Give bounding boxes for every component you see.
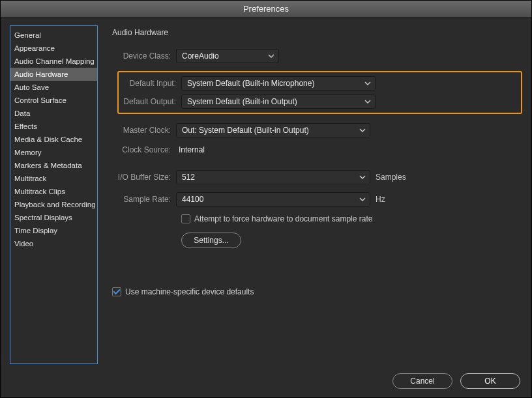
default-input-label: Default Input: [123,79,181,88]
device-class-row: Device Class: CoreAudio [117,49,522,63]
sidebar-item[interactable]: Appearance [10,42,97,55]
force-hw-row: Attempt to force hardware to document sa… [181,214,522,223]
sidebar-item[interactable]: Memory [10,146,97,159]
sidebar-item[interactable]: Spectral Displays [10,211,97,224]
panel-title: Audio Hardware [112,28,522,37]
cancel-button[interactable]: Cancel [392,373,452,389]
ok-button-label: OK [484,377,495,386]
cancel-button-label: Cancel [410,377,434,386]
io-buffer-value: 512 [182,173,195,182]
sidebar-item[interactable]: Audio Hardware [10,68,97,81]
sidebar-item[interactable]: Time Display [10,224,97,237]
sidebar-item[interactable]: Audio Channel Mapping [10,55,97,68]
sidebar-item[interactable]: Multitrack Clips [10,185,97,198]
chevron-down-icon [364,81,371,85]
sidebar-item[interactable]: Markers & Metadata [10,159,97,172]
clock-source-label: Clock Source: [117,145,176,154]
clock-source-row: Clock Source: Internal [117,145,522,154]
sidebar-item[interactable]: Media & Disk Cache [10,133,97,146]
force-hw-label: Attempt to force hardware to document sa… [194,214,372,223]
sample-rate-select[interactable]: 44100 [176,192,370,206]
machine-specific-row: Use machine-specific device defaults [112,287,522,296]
sidebar-item[interactable]: Effects [10,120,97,133]
device-class-label: Device Class: [117,51,176,61]
io-buffer-row: I/O Buffer Size: 512 Samples [117,170,522,184]
chevron-down-icon [359,128,366,132]
chevron-down-icon [359,197,366,201]
sidebar-item[interactable]: Multitrack [10,172,97,185]
io-buffer-label: I/O Buffer Size: [117,173,176,182]
sidebar-item[interactable]: Control Surface [10,94,97,107]
force-hw-checkbox[interactable] [181,214,190,223]
settings-row: Settings... [181,233,522,248]
default-output-select[interactable]: System Default (Built-in Output) [181,94,376,109]
sidebar-item[interactable]: Playback and Recording [10,198,97,211]
master-clock-value: Out: System Default (Built-in Output) [182,126,309,135]
device-class-select[interactable]: CoreAudio [176,49,279,63]
master-clock-label: Master Clock: [117,126,176,135]
sidebar-item[interactable]: Video [10,237,97,250]
titlebar: Preferences [1,1,531,18]
window-title: Preferences [243,4,289,14]
ok-button[interactable]: OK [460,373,520,389]
sidebar-item[interactable]: General [10,29,97,42]
content-area: GeneralAppearanceAudio Channel MappingAu… [1,18,531,364]
clock-source-value: Internal [176,145,205,154]
sample-rate-value: 44100 [182,195,203,204]
default-output-row: Default Output: System Default (Built-in… [123,94,517,109]
sample-rate-unit: Hz [376,195,385,204]
sidebar-item[interactable]: Auto Save [10,81,97,94]
io-buffer-select[interactable]: 512 [176,170,370,184]
settings-button-label: Settings... [194,236,228,245]
sidebar-item[interactable]: Data [10,107,97,120]
footer: Cancel OK [392,373,520,389]
form-area: Device Class: CoreAudio Default Input: S… [112,49,522,296]
default-input-row: Default Input: System Default (Built-in … [123,76,517,91]
sample-rate-row: Sample Rate: 44100 Hz [117,192,522,206]
chevron-down-icon [359,175,366,179]
chevron-down-icon [364,100,371,104]
master-clock-select[interactable]: Out: System Default (Built-in Output) [176,123,370,137]
machine-specific-checkbox[interactable] [112,287,121,296]
io-buffer-unit: Samples [376,173,406,182]
default-input-value: System Default (Built-in Microphone) [187,79,314,88]
default-output-value: System Default (Built-in Output) [187,97,297,106]
default-input-select[interactable]: System Default (Built-in Microphone) [181,76,376,91]
sample-rate-label: Sample Rate: [117,195,176,204]
sidebar: GeneralAppearanceAudio Channel MappingAu… [10,25,98,364]
machine-specific-label: Use machine-specific device defaults [125,287,254,296]
device-class-value: CoreAudio [182,51,219,61]
chevron-down-icon [268,54,274,58]
highlighted-io-box: Default Input: System Default (Built-in … [117,71,522,114]
main-panel: Audio Hardware Device Class: CoreAudio D… [98,25,522,364]
master-clock-row: Master Clock: Out: System Default (Built… [117,123,522,137]
settings-button[interactable]: Settings... [181,233,241,248]
default-output-label: Default Output: [123,97,181,106]
